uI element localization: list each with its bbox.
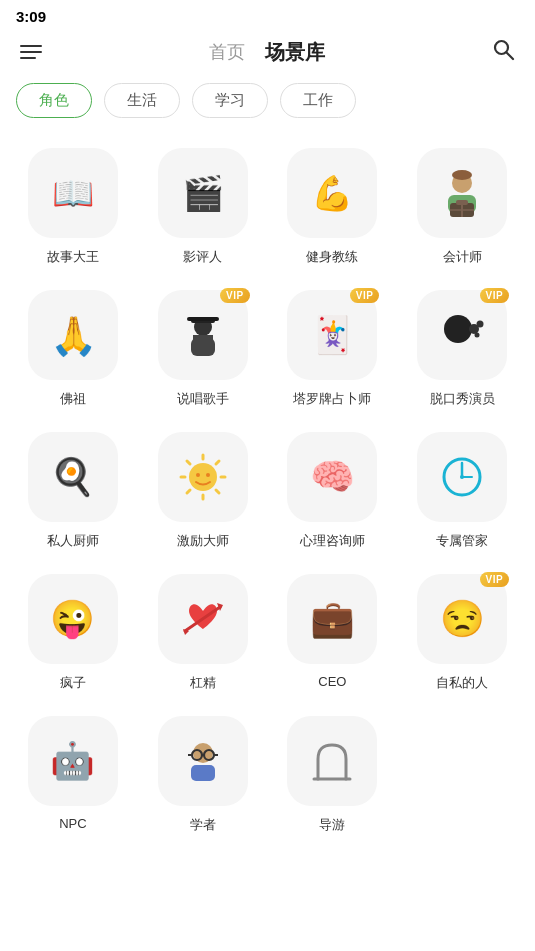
status-bar: 3:09	[0, 0, 535, 29]
list-item[interactable]: 激励大师	[138, 422, 268, 564]
character-icon: 🎬	[158, 148, 248, 238]
svg-point-17	[477, 321, 484, 328]
nav-scene-library[interactable]: 场景库	[265, 39, 325, 66]
svg-point-19	[189, 463, 217, 491]
character-icon: VIP 🃏	[287, 290, 377, 380]
character-label: 杠精	[190, 674, 216, 692]
character-icon	[158, 432, 248, 522]
character-icon	[287, 716, 377, 806]
character-icon: 💼	[287, 574, 377, 664]
character-label: 专属管家	[436, 532, 488, 550]
svg-point-28	[196, 473, 200, 477]
list-item[interactable]: 📖 故事大王	[8, 138, 138, 280]
search-button[interactable]	[491, 37, 515, 67]
character-icon: 📖	[28, 148, 118, 238]
list-item[interactable]: 😜 疯子	[8, 564, 138, 706]
svg-point-3	[452, 170, 472, 180]
character-icon: 💪	[287, 148, 377, 238]
character-label: 导游	[319, 816, 345, 834]
svg-line-26	[216, 461, 219, 464]
svg-rect-43	[191, 765, 215, 781]
menu-button[interactable]	[20, 45, 42, 59]
svg-point-29	[206, 473, 210, 477]
character-label: 故事大王	[47, 248, 99, 266]
vip-badge: VIP	[480, 572, 510, 587]
character-label: 激励大师	[177, 532, 229, 550]
vip-badge: VIP	[220, 288, 250, 303]
list-item[interactable]: 🧠 心理咨询师	[268, 422, 398, 564]
character-label: 塔罗牌占卜师	[293, 390, 371, 408]
character-icon	[417, 432, 507, 522]
character-label: 脱口秀演员	[430, 390, 495, 408]
character-icon: 🙏	[28, 290, 118, 380]
cat-work[interactable]: 工作	[280, 83, 356, 118]
svg-point-18	[475, 333, 480, 338]
svg-rect-14	[193, 335, 213, 343]
character-label: 健身教练	[306, 248, 358, 266]
character-label: 心理咨询师	[300, 532, 365, 550]
list-item[interactable]: 🍳 私人厨师	[8, 422, 138, 564]
character-icon: 😜	[28, 574, 118, 664]
list-item[interactable]: 💪 健身教练	[268, 138, 398, 280]
character-label: 影评人	[183, 248, 222, 266]
character-label: 佛祖	[60, 390, 86, 408]
list-item[interactable]: VIP 🃏 塔罗牌占卜师	[268, 280, 398, 422]
list-item[interactable]: 杠精	[138, 564, 268, 706]
cat-life[interactable]: 生活	[104, 83, 180, 118]
cat-role[interactable]: 角色	[16, 83, 92, 118]
cat-study[interactable]: 学习	[192, 83, 268, 118]
svg-line-24	[187, 461, 190, 464]
character-icon	[158, 574, 248, 664]
character-icon: 🧠	[287, 432, 377, 522]
character-grid: 📖 故事大王 🎬 影评人 💪 健身教练 会计师	[0, 134, 535, 856]
list-item[interactable]: 导游	[268, 706, 398, 848]
character-icon: 🤖	[28, 716, 118, 806]
header: 首页 场景库	[0, 29, 535, 79]
nav-home[interactable]: 首页	[209, 40, 245, 64]
character-label: 说唱歌手	[177, 390, 229, 408]
list-item[interactable]: VIP 😒 自私的人	[397, 564, 527, 706]
list-item[interactable]: 🤖 NPC	[8, 706, 138, 848]
list-item[interactable]: 会计师	[397, 138, 527, 280]
character-label: 疯子	[60, 674, 86, 692]
svg-line-1	[507, 53, 514, 60]
category-bar: 角色 生活 学习 工作	[0, 79, 535, 134]
list-item[interactable]: 🎬 影评人	[138, 138, 268, 280]
list-item[interactable]: 🙏 佛祖	[8, 280, 138, 422]
character-label: 会计师	[443, 248, 482, 266]
svg-rect-12	[187, 317, 219, 321]
list-item[interactable]: 专属管家	[397, 422, 527, 564]
character-label: CEO	[318, 674, 346, 689]
character-icon	[417, 148, 507, 238]
character-label: 私人厨师	[47, 532, 99, 550]
svg-point-15	[444, 315, 472, 343]
character-label: 自私的人	[436, 674, 488, 692]
list-item[interactable]: VIP 脱口秀演员	[397, 280, 527, 422]
character-icon: VIP	[417, 290, 507, 380]
character-icon: VIP 😒	[417, 574, 507, 664]
list-item[interactable]: VIP 说唱歌手	[138, 280, 268, 422]
time-display: 3:09	[16, 8, 46, 25]
vip-badge: VIP	[480, 288, 510, 303]
character-label: 学者	[190, 816, 216, 834]
header-nav: 首页 场景库	[209, 39, 325, 66]
character-icon: 🍳	[28, 432, 118, 522]
character-icon: VIP	[158, 290, 248, 380]
list-item[interactable]: 💼 CEO	[268, 564, 398, 706]
vip-badge: VIP	[350, 288, 380, 303]
character-label: NPC	[59, 816, 86, 831]
svg-text:🙏: 🙏	[49, 313, 97, 359]
svg-line-25	[216, 490, 219, 493]
character-icon	[158, 716, 248, 806]
list-item[interactable]: 学者	[138, 706, 268, 848]
svg-line-27	[187, 490, 190, 493]
